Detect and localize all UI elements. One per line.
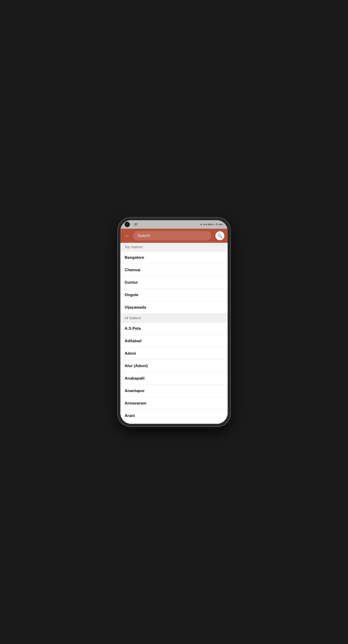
list-item[interactable]: Bangalore <box>120 252 228 264</box>
all-stations-header: All Stations <box>120 314 228 322</box>
station-name: Annavaram <box>125 401 147 406</box>
list-item[interactable]: Guntur <box>120 276 228 289</box>
all-stations-list: A.S.Peta Adilabad Adoni Alur (Adoni) Ana… <box>120 322 228 424</box>
station-name: A.S.Peta <box>125 326 141 331</box>
header: ← Search 🔍 <box>120 229 228 243</box>
search-button[interactable]: 🔍 <box>215 231 224 240</box>
list-item[interactable]: Anakapalli <box>120 372 228 385</box>
list-item[interactable]: Arani <box>120 410 228 422</box>
status-bar: :27 ★ 14.0 KB/S ● ☲ 40% <box>120 220 228 229</box>
top-stations-header: Top Stations <box>120 243 228 252</box>
station-name: Ongole <box>125 292 139 297</box>
list-item[interactable]: Adilabad <box>120 335 228 348</box>
search-icon: 🔍 <box>217 233 222 238</box>
station-name: Chennai <box>125 268 140 272</box>
station-name: Adilabad <box>125 339 142 343</box>
list-item[interactable]: A.S.Peta <box>120 322 228 335</box>
list-item[interactable]: Vijayawada <box>120 301 228 314</box>
back-button[interactable]: ← <box>124 232 131 240</box>
station-name: Alur (Adoni) <box>125 364 148 368</box>
list-item[interactable]: Annavaram <box>120 397 228 410</box>
list-item[interactable]: Anantapur <box>120 385 228 397</box>
battery-icon: 40% <box>219 223 223 226</box>
network-speed: 14.0 KB/S <box>203 223 213 226</box>
phone-screen: :27 ★ 14.0 KB/S ● ☲ 40% ← Search 🔍 Top S… <box>120 220 228 424</box>
station-name: Arani <box>125 414 135 418</box>
list-item[interactable]: Adoni <box>120 348 228 360</box>
station-name: Adoni <box>125 351 136 356</box>
camera <box>125 222 130 227</box>
bluetooth-icon: ★ <box>200 223 202 226</box>
station-name: Anakapalli <box>125 376 145 380</box>
status-time: :27 <box>134 223 138 226</box>
search-bar[interactable]: Search <box>133 231 211 240</box>
phone-frame: :27 ★ 14.0 KB/S ● ☲ 40% ← Search 🔍 Top S… <box>118 218 230 426</box>
station-name: Anantapur <box>125 388 145 393</box>
station-name: Guntur <box>125 280 138 285</box>
stations-list: Top Stations Bangalore Chennai Guntur On… <box>120 243 228 424</box>
signal-icon: ☲ <box>216 223 218 226</box>
station-name: Vijayawada <box>125 305 146 310</box>
list-item[interactable]: Chennai <box>120 264 228 276</box>
station-name: Bangalore <box>125 255 144 260</box>
top-stations-list: Bangalore Chennai Guntur Ongole Vijayawa… <box>120 252 228 314</box>
search-placeholder: Search <box>137 234 150 238</box>
wifi-icon: ● <box>214 223 215 226</box>
list-item[interactable]: Armoor <box>120 422 228 424</box>
list-item[interactable]: Alur (Adoni) <box>120 360 228 372</box>
status-icons: ★ 14.0 KB/S ● ☲ 40% <box>200 223 223 226</box>
list-item[interactable]: Ongole <box>120 289 228 301</box>
